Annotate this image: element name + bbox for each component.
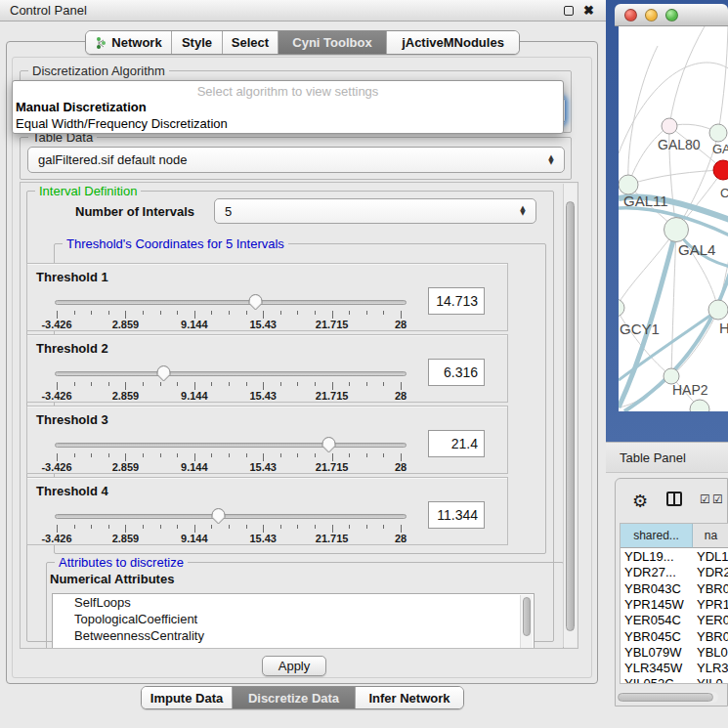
threshold-value-field[interactable]: 6.316 [428,359,485,386]
threshold-label: Threshold 2 [36,341,108,356]
table-horizontal-scrollbar[interactable] [617,692,718,703]
float-window-icon[interactable] [564,6,574,16]
numerical-attributes-list[interactable]: SelfLoopsTopologicalCoefficientBetweenne… [52,593,535,649]
attributes-list-scrollbar[interactable] [520,595,533,649]
network-node[interactable] [619,175,638,194]
network-node[interactable] [708,300,728,320]
settings-vertical-scrollbar[interactable] [563,184,577,647]
slider-track[interactable] [55,300,407,305]
table-cell[interactable]: YER0 [697,613,728,629]
slider-track[interactable] [55,371,407,376]
slider-tick-label: 28 [395,533,407,544]
network-node[interactable] [619,299,624,317]
threshold-slider-4[interactable]: -3.4262.8599.14415.4321.71528 [55,507,407,544]
table-cell[interactable]: YDR2 [697,565,728,581]
attribute-list-item[interactable]: SelfLoops [53,594,534,611]
network-canvas[interactable]: GAL80GACGAL11GAL4GCY1HHAP2 [619,26,728,411]
settings-scrollbar-thumb[interactable] [566,201,575,631]
attribute-list-item[interactable]: TopologicalCoefficient [53,611,534,627]
threshold-value-field[interactable]: 14.713 [428,287,485,315]
tab-jactivemnodules[interactable]: jActiveMNodules [387,31,519,54]
select-all-checkbox-icon[interactable]: ☑ [712,492,723,506]
slider-track[interactable] [55,443,407,448]
slider-tick [280,382,281,386]
network-node[interactable] [713,160,728,180]
threshold-value-field[interactable]: 11.344 [428,501,485,529]
table-cell[interactable]: YPR1 [697,597,728,614]
tab-discretize-data[interactable]: Discretize Data [233,687,356,708]
threshold-label: Threshold 3 [36,412,108,427]
slider-thumb[interactable] [321,436,336,453]
table-cell[interactable]: YPR145W [624,597,693,614]
network-view-window: GAL80GACGAL11GAL4GCY1HHAP2 [615,4,728,411]
slider-tick [211,382,212,386]
attributes-scrollbar-thumb[interactable] [523,597,531,636]
dropdown-option-equal-width-frequency[interactable]: Equal Width/Frequency Discretization [13,115,563,132]
dropdown-placeholder-item[interactable]: Select algorithm to view settings [13,81,563,99]
apply-button[interactable]: Apply [262,656,326,676]
table-cell[interactable]: YBL079W [624,645,693,662]
tab-infer-network[interactable]: Infer Network [356,687,463,708]
split-columns-icon[interactable] [666,492,682,506]
select-columns-checkbox-icon[interactable]: ☑ [700,492,710,506]
slider-tick [383,453,384,457]
table-cell[interactable]: YIL0 [697,676,728,684]
network-node[interactable] [709,124,727,142]
table-cell[interactable]: YBR0 [697,581,728,598]
table-cell[interactable]: YLR345W [624,661,693,677]
close-traffic-light-icon[interactable] [624,9,637,21]
node-attribute-table[interactable]: shared...naYDL19...YDL1YDR27...YDR2YBR04… [620,523,728,684]
slider-tick [143,382,144,386]
tab-style[interactable]: Style [172,31,223,54]
slider-tick [143,453,144,457]
table-cell[interactable]: YBR0 [697,629,728,646]
threshold-label: Threshold 4 [36,484,108,498]
tab-network[interactable]: Network [86,31,172,54]
tab-cyni-toolbox[interactable]: Cyni Toolbox [278,31,387,54]
zoom-traffic-light-icon[interactable] [665,9,678,21]
attribute-list-item[interactable]: BetweennessCentrality [53,627,534,644]
table-cell[interactable]: YLR3 [697,661,728,677]
threshold-value-field[interactable]: 21.4 [428,430,485,457]
threshold-slider-1[interactable]: -3.4262.8599.14415.4321.71528 [55,293,407,330]
slider-tick [194,525,195,533]
slider-tick-label: 15.43 [249,533,277,544]
minimize-traffic-light-icon[interactable] [645,9,658,21]
table-column-header-2[interactable]: na [693,524,728,548]
tab-select[interactable]: Select [223,31,278,54]
slider-thumb[interactable] [156,364,171,382]
table-column-header-1[interactable]: shared... [621,524,693,548]
network-window-titlebar[interactable] [615,4,728,26]
slider-track[interactable] [55,514,407,519]
slider-thumb[interactable] [248,293,263,311]
network-edge [718,26,728,133]
threshold-panel-3: Threshold 3-3.4262.8599.14415.4321.71528… [26,406,508,474]
slider-thumb[interactable] [211,507,226,525]
table-cell[interactable]: YER054C [624,613,693,629]
slider-tick [229,311,230,315]
number-of-intervals-combobox[interactable]: 5 ▲▼ [214,198,536,224]
slider-tick [332,525,333,533]
table-cell[interactable]: YIL052C [624,676,693,684]
table-cell[interactable]: YDR27... [624,565,693,581]
close-icon[interactable]: ✖ [583,3,594,18]
network-node[interactable] [662,118,677,134]
threshold-slider-3[interactable]: -3.4262.8599.14415.4321.71528 [55,436,407,473]
table-data-combobox[interactable]: galFiltered.sif default node ▲▼ [27,147,565,173]
table-cell[interactable]: YDL19... [624,549,693,566]
dropdown-option-manual-discretization[interactable]: Manual Discretization [13,99,563,115]
table-cell[interactable]: YBR043C [624,581,693,598]
slider-tick [57,382,58,390]
gear-icon[interactable]: ⚙ [632,491,648,511]
slider-tick-label: -3.426 [41,461,71,473]
network-edge [628,170,723,185]
table-hscrollbar-thumb[interactable] [618,693,713,702]
node-label-gal11: GAL11 [623,193,668,209]
threshold-slider-2[interactable]: -3.4262.8599.14415.4321.71528 [55,364,407,402]
table-cell[interactable]: YBL0 [697,645,728,662]
table-cell[interactable]: YDL1 [697,549,728,566]
table-cell[interactable]: YBR045C [624,629,693,646]
network-node[interactable] [664,218,689,242]
slider-tick [332,311,333,319]
tab-impute-data[interactable]: Impute Data [142,687,233,708]
